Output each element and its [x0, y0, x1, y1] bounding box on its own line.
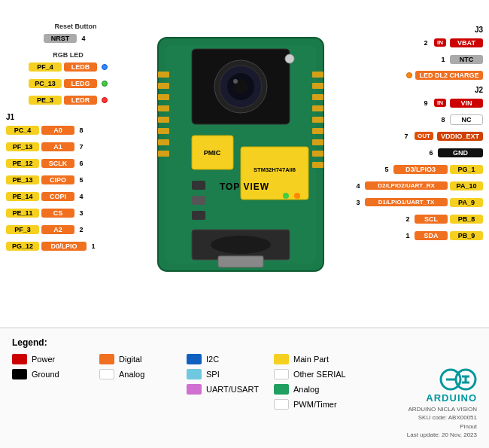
j2-num-7: 7: [402, 133, 411, 140]
ntc-label: NTC: [450, 55, 483, 64]
j1-num-6: 6: [77, 160, 86, 167]
legend-pwm: PWM/Timer: [274, 399, 349, 410]
legend-col-3: I2C SPI UART/USART: [187, 354, 262, 410]
ledr-row: PE_3 LEDR: [29, 93, 108, 107]
legend-main-part-label: Main Part: [293, 355, 329, 364]
left-pins: Reset Button NRST 4 RGB LED PF_4 LEDB PC…: [6, 23, 108, 256]
j2-num-5: 5: [382, 166, 391, 173]
j1-row-1: PG_12 D0/LPIO 1: [6, 239, 108, 253]
legend-digital-box: [99, 354, 114, 364]
svg-rect-17: [312, 151, 323, 157]
svg-rect-6: [158, 117, 169, 123]
legend-power: Power: [12, 354, 87, 364]
svg-rect-13: [312, 105, 323, 111]
arduino-line2: SKU code: ABX00051: [407, 413, 477, 422]
legend-analog-box: [99, 369, 114, 379]
ledg-dot: [102, 81, 108, 87]
j1-row-2: PF_3 A2 2: [6, 222, 108, 236]
j1-row-4: PE_14 COPI 4: [6, 189, 108, 203]
led-dl2-label: LED DL2 CHARGE: [415, 71, 483, 80]
d1lpio1-label: D1/LPIO1/UART_TX: [365, 198, 448, 206]
svg-rect-4: [158, 94, 169, 100]
j2-num-8: 8: [439, 116, 448, 123]
legend-analog-label: Analog: [119, 370, 144, 379]
svg-rect-2: [158, 72, 169, 78]
legend-ground: Ground: [12, 369, 87, 379]
j2-row-3: PA_9 D1/LPIO1/UART_TX 3: [354, 195, 483, 209]
svg-rect-5: [158, 105, 169, 111]
j2-num-3: 3: [354, 199, 363, 206]
j1-num-4: 4: [77, 193, 86, 200]
svg-rect-9: [158, 151, 169, 157]
d3lpio3-label: D3/LPIO3: [393, 165, 448, 174]
legend-power-label: Power: [32, 355, 55, 364]
main-container: PMIC STM32H747AII6: [0, 0, 489, 448]
pe11-label: PE_11: [6, 209, 39, 218]
pc13-label: PC_13: [29, 79, 62, 88]
legend-main-part-box: [274, 354, 289, 364]
arduino-logo-svg: [439, 368, 477, 391]
pa10-label: PA_10: [450, 181, 483, 190]
pe3-label: PE_3: [29, 96, 62, 105]
j1-row-6: PE_12 SCLK 6: [6, 156, 108, 170]
legend-uart-box: [187, 384, 202, 395]
ledr-label: LEDR: [64, 96, 97, 105]
j1-num-1: 1: [89, 242, 98, 250]
legend-spi: SPI: [187, 369, 262, 379]
legend-digital: Digital: [99, 354, 175, 364]
legend-ground-label: Ground: [32, 370, 59, 379]
reset-pin-num: 4: [79, 35, 88, 42]
legend-digital-label: Digital: [119, 355, 142, 364]
legend-i2c: I2C: [187, 354, 262, 364]
svg-rect-11: [312, 83, 323, 89]
arduino-info: ARDUINO NICLA VISION SKU code: ABX00051 …: [407, 405, 477, 439]
j3-label: J3: [354, 26, 483, 34]
legend-other-serial-box: [274, 369, 289, 379]
board-image: PMIC STM32H747AII6: [150, 30, 331, 279]
pf4-label: PF_4: [29, 62, 62, 72]
legend-other-serial-label: Other SERIAL: [293, 370, 346, 379]
legend-uart-label: UART/USART: [206, 385, 259, 394]
j2-num-2: 2: [403, 215, 412, 223]
pe13-label: PE_13: [6, 175, 39, 184]
j1-row-3: PE_11 CS 3: [6, 206, 108, 220]
j2-num-9: 9: [421, 99, 430, 107]
vin-in-badge: IN: [434, 99, 446, 107]
pe14-label: PE_14: [6, 192, 39, 201]
pc4-label: PC_4: [6, 126, 39, 135]
svg-point-32: [283, 193, 289, 199]
legend-analog: Analog: [99, 369, 175, 379]
j1-row-8: PC_4 A0 8: [6, 123, 108, 137]
legend-col-2: Digital Analog: [99, 354, 175, 410]
j1-num-7: 7: [77, 143, 86, 151]
arduino-line3: Pinout: [407, 422, 477, 431]
svg-rect-10: [312, 72, 323, 78]
cs-label: CS: [41, 209, 74, 218]
legend-i2c-label: I2C: [206, 355, 219, 364]
nc-label: NC: [450, 114, 483, 125]
svg-rect-29: [192, 181, 205, 190]
legend-spi-box: [187, 369, 202, 379]
j2-row-8: NC 8: [354, 112, 483, 126]
cipo-label: CIPO: [41, 175, 74, 184]
vddio-out-badge: OUT: [415, 132, 433, 140]
legend-analog-green-box: [274, 384, 289, 395]
ledr-dot: [102, 97, 108, 103]
d0lpio-label: D0/LPIO: [41, 242, 87, 251]
svg-rect-8: [158, 139, 169, 145]
j2-row-9: VIN IN 9: [354, 96, 483, 110]
pe12-label: PE_12: [6, 159, 39, 168]
gnd-label: GND: [438, 148, 483, 157]
j1-label: J1: [6, 113, 108, 121]
svg-rect-12: [312, 94, 323, 100]
legend-other-serial: Other SERIAL: [274, 369, 349, 379]
legend-section: Legend: Power Ground: [12, 337, 349, 439]
svg-rect-30: [192, 196, 205, 205]
a2-label: A2: [41, 225, 74, 234]
ledb-label: LEDB: [64, 62, 97, 72]
svg-rect-14: [312, 117, 323, 123]
svg-rect-31: [192, 211, 205, 220]
j2-row-5: PG_1 D3/LPIO3 5: [354, 162, 483, 176]
arduino-logo: ARDUINO ARDUINO NICLA VISION SKU code: A…: [407, 368, 477, 439]
reset-row: NRST 4: [44, 31, 108, 45]
